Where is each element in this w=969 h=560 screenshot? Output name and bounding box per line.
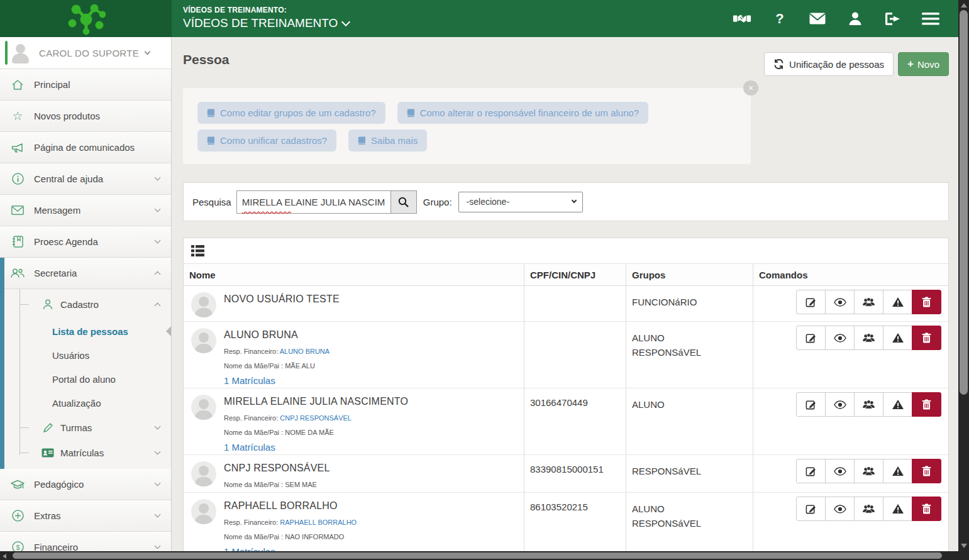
resp-link[interactable]: CNPJ RESPONSÁVEL xyxy=(280,414,352,422)
sidebar-item-usuarios[interactable]: Usuários xyxy=(4,343,171,367)
sidebar-item-proesc-agenda[interactable]: Proesc Agenda xyxy=(0,226,171,258)
sidebar-item-pedagogico[interactable]: Pedagógico xyxy=(0,469,171,500)
person-icon xyxy=(40,299,55,310)
matriculas-link[interactable]: 1 Matrículas xyxy=(224,442,275,453)
sidebar-item-atualizacao[interactable]: Atualização xyxy=(4,391,171,415)
matriculas-link[interactable]: 1 Matrículas xyxy=(224,546,275,551)
sidebar-item-principal[interactable]: Principal xyxy=(0,69,171,101)
vertical-scrollbar-thumb[interactable] xyxy=(960,10,968,395)
help-link-unify[interactable]: Como unificar cadastros? xyxy=(197,129,336,151)
sidebar-item-comunicados[interactable]: Página de comunicados xyxy=(0,132,171,163)
avatar xyxy=(191,461,216,486)
view-button[interactable] xyxy=(825,459,855,483)
view-button[interactable] xyxy=(825,326,855,350)
groups-button[interactable] xyxy=(854,290,883,314)
unify-people-button[interactable]: Unificação de pessoas xyxy=(764,52,894,76)
delete-button[interactable] xyxy=(912,326,941,350)
vertical-scrollbar[interactable] xyxy=(958,0,969,551)
help-panel: × Como editar grupos de um cadastro? Com… xyxy=(183,88,751,164)
chevron-down-icon xyxy=(155,512,161,518)
table-row: CNPJ RESPONSÁVEL Nome da Mãe/Pai : SEM M… xyxy=(184,455,948,493)
alert-button[interactable] xyxy=(883,290,912,314)
sidebar-item-mensagem[interactable]: Mensagem xyxy=(0,195,171,226)
avatar xyxy=(191,328,216,353)
sidebar-item-label: Portal do aluno xyxy=(52,374,116,385)
search-button[interactable] xyxy=(390,190,417,214)
delete-button[interactable] xyxy=(912,290,941,314)
scroll-left-icon[interactable] xyxy=(3,554,6,559)
dollar-circle-icon: $ xyxy=(10,541,25,551)
delete-button[interactable] xyxy=(912,392,941,417)
row-command-group xyxy=(796,326,948,350)
new-person-button[interactable]: + Novo xyxy=(898,52,949,76)
profile-button[interactable] xyxy=(846,9,865,28)
trash-icon xyxy=(922,466,931,476)
proesc-logo[interactable] xyxy=(0,0,172,37)
sidebar-item-secretaria[interactable]: Secretaria xyxy=(4,258,171,289)
unify-people-label: Unificação de pessoas xyxy=(789,59,884,70)
scroll-up-icon[interactable] xyxy=(961,3,967,8)
avatar xyxy=(191,395,216,420)
book-icon xyxy=(358,136,366,145)
partners-button[interactable] xyxy=(733,9,751,28)
delete-button[interactable] xyxy=(912,497,941,521)
alert-button[interactable] xyxy=(883,326,912,350)
edit-button[interactable] xyxy=(796,459,826,483)
users-icon xyxy=(862,504,875,514)
horizontal-scrollbar-thumb[interactable] xyxy=(13,552,942,559)
groups-button[interactable] xyxy=(854,392,883,417)
sidebar-item-central-ajuda[interactable]: Central de ajuda xyxy=(0,163,171,195)
scroll-down-icon[interactable] xyxy=(961,544,967,548)
sidebar-item-label: Atualização xyxy=(52,398,101,409)
school-switcher[interactable]: VÍDEOS DE TREINAMENTO xyxy=(183,16,733,30)
help-link-edit-groups[interactable]: Como editar grupos de um cadastro? xyxy=(197,102,385,124)
groups-button[interactable] xyxy=(854,459,883,483)
matriculas-link[interactable]: 1 Matrículas xyxy=(224,375,275,386)
menu-button[interactable] xyxy=(921,9,940,28)
sidebar-item-turmas[interactable]: Turmas xyxy=(4,415,171,440)
table-row: ALUNO BRUNA Resp. Financeiro: ALUNO BRUN… xyxy=(184,322,948,388)
view-button[interactable] xyxy=(825,290,855,314)
help-link-learn-more[interactable]: Saiba mais xyxy=(348,129,427,151)
alert-button[interactable] xyxy=(883,392,912,417)
horizontal-scrollbar[interactable] xyxy=(0,551,969,560)
alert-button[interactable] xyxy=(883,497,912,521)
help-button[interactable]: ? xyxy=(770,9,789,28)
hamburger-icon xyxy=(922,13,939,25)
sidebar-item-extras[interactable]: Extras xyxy=(0,500,171,532)
sidebar-item-label: Novos produtos xyxy=(34,111,100,121)
sidebar-item-lista-de-pessoas[interactable]: Lista de pessoas xyxy=(4,319,171,343)
users-icon xyxy=(862,400,875,410)
edit-button[interactable] xyxy=(796,326,826,350)
resp-link[interactable]: ALUNO BRUNA xyxy=(280,348,329,355)
delete-button[interactable] xyxy=(912,459,941,483)
close-icon[interactable]: × xyxy=(743,80,758,96)
sidebar-item-cadastro[interactable]: Cadastro xyxy=(4,289,171,319)
messages-button[interactable] xyxy=(808,9,827,28)
user-accent-bar xyxy=(5,41,8,65)
sidebar-item-financeiro[interactable]: $ Financeiro xyxy=(0,532,171,551)
logout-button[interactable] xyxy=(883,9,902,28)
edit-button[interactable] xyxy=(796,290,826,314)
list-view-icon[interactable] xyxy=(191,245,204,256)
edit-button[interactable] xyxy=(796,392,826,417)
person-group: ALUNO xyxy=(632,331,750,345)
help-link-change-responsible[interactable]: Como alterar o responsável financeiro de… xyxy=(397,102,649,124)
sidebar-item-label: Secretaria xyxy=(34,268,77,278)
groups-button[interactable] xyxy=(854,326,883,350)
sidebar-item-novos-produtos[interactable]: ☆ Novos produtos xyxy=(0,101,171,132)
sidebar-item-label: Pedagógico xyxy=(34,479,84,490)
resp-link[interactable]: RAPHAELL BORRALHO xyxy=(280,519,357,526)
groups-button[interactable] xyxy=(854,497,883,521)
person-group: FUNCIONáRIO xyxy=(632,295,750,309)
sidebar-item-matriculas[interactable]: Matrículas xyxy=(4,440,171,465)
edit-button[interactable] xyxy=(796,497,826,521)
search-input[interactable] xyxy=(236,190,390,214)
view-button[interactable] xyxy=(825,392,855,417)
sidebar-item-portal-do-aluno[interactable]: Portal do aluno xyxy=(4,367,171,391)
view-button[interactable] xyxy=(825,497,855,521)
alert-button[interactable] xyxy=(883,459,912,483)
user-menu[interactable]: CAROL DO SUPORTE xyxy=(0,37,171,69)
edit-icon xyxy=(805,296,817,308)
group-select[interactable]: -selecione- xyxy=(458,192,583,212)
